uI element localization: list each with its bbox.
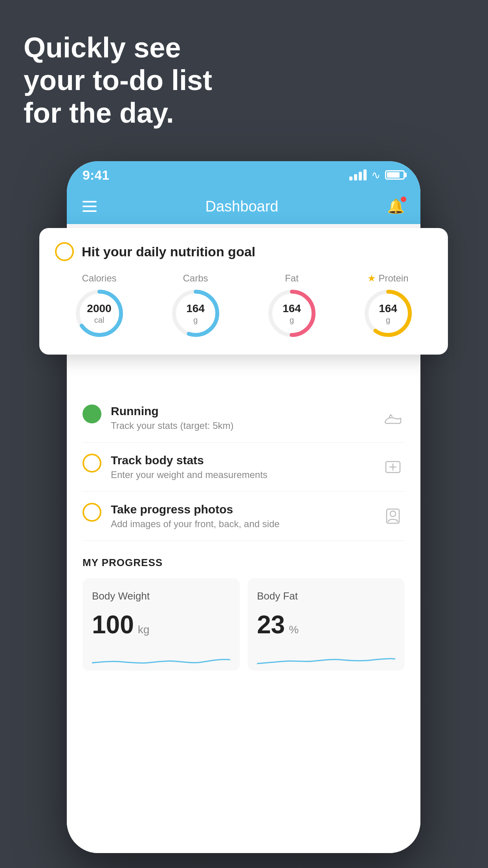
body-fat-card[interactable]: Body Fat 23 %: [248, 578, 405, 671]
body-weight-card[interactable]: Body Weight 100 kg: [83, 578, 240, 671]
nutrition-fat: Fat 164 g: [266, 273, 317, 339]
status-icons: ∿: [349, 169, 405, 182]
nav-title: Dashboard: [205, 198, 279, 215]
fat-circle: 164 g: [266, 288, 317, 339]
body-weight-title: Body Weight: [92, 590, 230, 602]
body-weight-value: 100 kg: [92, 610, 230, 639]
protein-unit: g: [379, 315, 397, 325]
notification-dot: [401, 197, 406, 202]
nutrition-protein: ★ Protein 164 g: [363, 273, 414, 339]
protein-value: 164: [379, 302, 397, 315]
todo-running-title: Running: [111, 405, 372, 418]
todo-running-subtitle: Track your stats (target: 5km): [111, 420, 372, 431]
todo-item-bodystats[interactable]: Track body stats Enter your weight and m…: [83, 443, 405, 492]
todo-item-photos[interactable]: Take progress photos Add images of your …: [83, 492, 405, 541]
carbs-circle: 164 g: [170, 288, 221, 339]
nutrition-row: Calories 2000 cal Carbs: [55, 273, 432, 339]
fat-unit: g: [283, 315, 301, 325]
hamburger-menu[interactable]: [83, 201, 97, 212]
battery-icon: [385, 170, 405, 180]
checkbox-photos[interactable]: [83, 503, 101, 522]
todo-bodystats-title: Track body stats: [111, 454, 372, 467]
nutrition-calories: Calories 2000 cal: [74, 273, 125, 339]
person-icon: [381, 504, 405, 528]
calories-unit: cal: [87, 315, 111, 325]
nutrition-carbs: Carbs 164 g: [170, 273, 221, 339]
calories-circle: 2000 cal: [74, 288, 125, 339]
shoe-icon: [381, 406, 405, 430]
hero-text: Quickly see your to-do list for the day.: [24, 31, 212, 129]
carbs-value: 164: [186, 302, 205, 315]
todo-photos-title: Take progress photos: [111, 503, 372, 516]
body-fat-title: Body Fat: [257, 590, 395, 602]
todo-item-bodystats-content: Track body stats Enter your weight and m…: [111, 454, 372, 480]
body-weight-unit: kg: [138, 623, 150, 636]
protein-label: Protein: [378, 273, 408, 284]
body-fat-number: 23: [257, 610, 285, 639]
todo-bodystats-subtitle: Enter your weight and measurements: [111, 469, 372, 480]
scale-icon: [381, 455, 405, 479]
floating-nutrition-card: Hit your daily nutrition goal Calories 2…: [39, 228, 448, 355]
body-fat-chart: [257, 647, 395, 671]
todo-item-photos-content: Take progress photos Add images of your …: [111, 503, 372, 530]
status-time: 9:41: [83, 167, 109, 183]
nav-bar: Dashboard 🔔: [67, 189, 420, 224]
body-fat-value: 23 %: [257, 610, 395, 639]
signal-icon: [349, 169, 367, 180]
body-fat-unit: %: [289, 623, 299, 636]
card-title-row: Hit your daily nutrition goal: [55, 242, 432, 261]
body-weight-number: 100: [92, 610, 134, 639]
body-weight-chart: [92, 647, 230, 671]
todo-item-running-content: Running Track your stats (target: 5km): [111, 405, 372, 431]
wifi-icon: ∿: [371, 169, 380, 182]
progress-section: MY PROGRESS Body Weight 100 kg: [67, 541, 420, 682]
nutrition-card-title: Hit your daily nutrition goal: [82, 244, 255, 259]
todo-item-running[interactable]: Running Track your stats (target: 5km): [83, 394, 405, 443]
protein-label-row: ★ Protein: [367, 273, 408, 284]
bell-icon[interactable]: 🔔: [387, 198, 405, 215]
todo-photos-subtitle: Add images of your front, back, and side: [111, 519, 372, 530]
calories-label: Calories: [82, 273, 116, 284]
protein-circle: 164 g: [363, 288, 414, 339]
calories-value: 2000: [87, 302, 111, 315]
star-icon: ★: [367, 273, 376, 284]
fat-label: Fat: [285, 273, 299, 284]
status-bar: 9:41 ∿: [67, 161, 420, 189]
carbs-unit: g: [186, 315, 205, 325]
progress-header: MY PROGRESS: [83, 557, 405, 569]
carbs-label: Carbs: [183, 273, 208, 284]
svg-point-2: [390, 511, 396, 517]
checkbox-bodystats[interactable]: [83, 454, 101, 473]
nutrition-checkbox[interactable]: [55, 242, 74, 261]
checkbox-running[interactable]: [83, 405, 101, 423]
fat-value: 164: [283, 302, 301, 315]
todo-list: Running Track your stats (target: 5km) T…: [67, 394, 420, 541]
progress-cards: Body Weight 100 kg Body Fat 23: [83, 578, 405, 671]
